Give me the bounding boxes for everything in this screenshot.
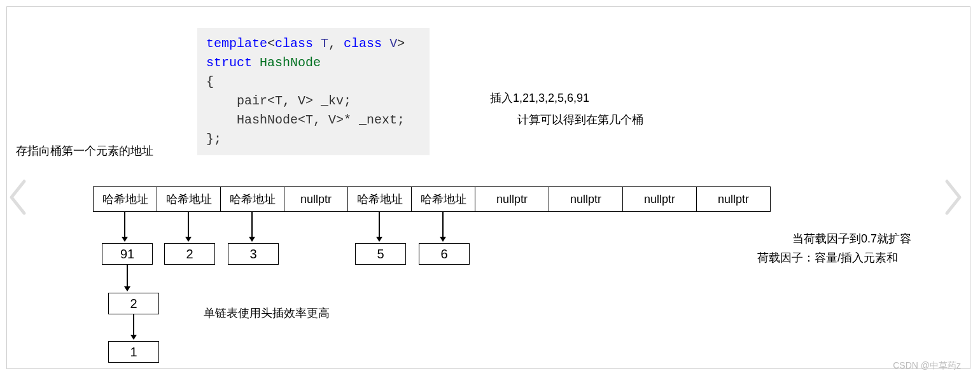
- type-v: V: [389, 36, 397, 51]
- insert-note: 插入1,21,3,2,5,6,91: [490, 90, 589, 106]
- arrow-down-icon: [442, 212, 444, 241]
- kw-class2: class: [344, 36, 382, 51]
- bucket-cell: 哈希地址: [220, 186, 284, 212]
- list-node: 91: [102, 243, 153, 265]
- bucket-cell: 哈希地址: [411, 186, 475, 212]
- load-note-1: 当荷载因子到0.7就扩容: [792, 231, 911, 246]
- bucket-cell: nullptr: [622, 186, 697, 212]
- load-note-2: 荷载因子：容量/插入元素和: [757, 250, 898, 265]
- bucket-cell: 哈希地址: [347, 186, 412, 212]
- list-node: 6: [419, 243, 470, 265]
- list-note: 单链表使用头插效率更高: [204, 305, 330, 321]
- prev-button[interactable]: [5, 178, 31, 216]
- watermark: CSDN @中草药z: [893, 360, 961, 372]
- list-node: 3: [228, 243, 279, 265]
- bucket-calc-note: 计算可以得到在第几个桶: [517, 112, 643, 127]
- code-line-next: HashNode<T, V>* _next;: [206, 113, 405, 127]
- kw-template: template: [206, 36, 267, 51]
- list-node: 5: [355, 243, 406, 265]
- list-node: 1: [108, 341, 159, 363]
- next-button[interactable]: [941, 178, 966, 216]
- bucket-cell: 哈希地址: [93, 186, 157, 212]
- bucket-cell: nullptr: [284, 186, 348, 212]
- code-snippet: template<class T, class V> struct HashNo…: [197, 28, 430, 155]
- arrow-down-icon: [251, 212, 253, 241]
- arrow-down-icon: [133, 314, 134, 339]
- struct-name: HashNode: [260, 55, 321, 70]
- arrow-down-icon: [379, 212, 380, 241]
- arrow-down-icon: [188, 212, 189, 241]
- list-node: 2: [164, 243, 215, 265]
- pointer-note: 存指向桶第一个元素的地址: [16, 143, 153, 158]
- type-t: T: [321, 36, 328, 51]
- bucket-cell: nullptr: [549, 186, 623, 212]
- arrow-down-icon: [124, 212, 125, 241]
- list-node: 2: [108, 293, 159, 314]
- bucket-cell: nullptr: [696, 186, 771, 212]
- arrow-down-icon: [127, 265, 128, 290]
- bucket-cell: nullptr: [475, 186, 549, 212]
- bucket-cell: 哈希地址: [157, 186, 221, 212]
- bucket-array: 哈希地址 哈希地址 哈希地址 nullptr 哈希地址 哈希地址 nullptr…: [94, 186, 771, 212]
- code-line-kv: pair<T, V> _kv;: [206, 94, 351, 108]
- kw-struct: struct: [206, 55, 252, 70]
- kw-class: class: [275, 36, 313, 51]
